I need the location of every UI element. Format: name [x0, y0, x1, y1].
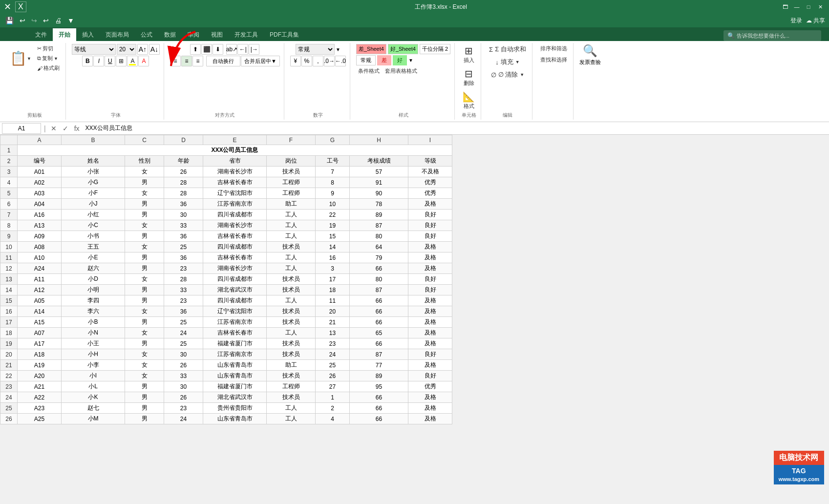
fill-color-btn[interactable]: A [127, 56, 138, 66]
align-left-btn[interactable]: ≡ [170, 56, 181, 66]
cell-20-2[interactable]: 女 [125, 349, 164, 360]
row-number-24[interactable]: 24 [0, 392, 18, 403]
cell-25-2[interactable]: 男 [125, 403, 164, 414]
cell-26-7[interactable]: 66 [350, 414, 408, 424]
formula-cancel-btn[interactable]: ✕ [49, 124, 59, 133]
decrease-font-btn[interactable]: A↓ [149, 44, 160, 55]
align-top-btn[interactable]: ⬆ [190, 44, 201, 55]
close-btn[interactable]: ✕ [815, 2, 825, 12]
cell-21-7[interactable]: 77 [350, 360, 408, 371]
border-btn[interactable]: ⊞ [116, 56, 127, 66]
cell-25-1[interactable]: 赵七 [62, 403, 125, 414]
fill-btn[interactable]: ↓填充▼ [493, 57, 521, 67]
cell-6-2[interactable]: 男 [125, 199, 164, 210]
cell-19-5[interactable]: 技术员 [267, 338, 316, 349]
cell-17-8[interactable]: 及格 [408, 317, 452, 328]
cell-13-6[interactable]: 17 [316, 274, 350, 285]
cell-4-1[interactable]: 小G [62, 177, 125, 188]
cell-23-7[interactable]: 95 [350, 381, 408, 392]
cell-21-2[interactable]: 女 [125, 360, 164, 371]
find-select-btn[interactable]: 查找和选择 [538, 55, 569, 64]
row-number-12[interactable]: 12 [0, 263, 18, 274]
cell-17-4[interactable]: 江苏省南京市 [203, 317, 267, 328]
cell-22-1[interactable]: 小I [62, 371, 125, 381]
good-style[interactable]: 好 [393, 55, 407, 65]
cell-25-0[interactable]: A23 [18, 403, 62, 414]
redo-quick-btn[interactable]: ↪ [30, 16, 39, 25]
cell-12-7[interactable]: 66 [350, 263, 408, 274]
cell-16-2[interactable]: 女 [125, 306, 164, 317]
cell-10-5[interactable]: 技术员 [267, 242, 316, 252]
row-number-8[interactable]: 8 [0, 220, 18, 231]
cell-22-6[interactable]: 26 [316, 371, 350, 381]
cell-14-2[interactable]: 男 [125, 285, 164, 295]
cell-23-3[interactable]: 30 [164, 381, 203, 392]
cell-15-6[interactable]: 11 [316, 295, 350, 306]
cell-5-7[interactable]: 90 [350, 188, 408, 199]
cell-14-3[interactable]: 33 [164, 285, 203, 295]
cell-26-6[interactable]: 4 [316, 414, 350, 424]
cell-22-2[interactable]: 女 [125, 371, 164, 381]
col-header-c[interactable]: C [125, 135, 164, 145]
tab-home[interactable]: 开始 [53, 28, 76, 41]
col-header-e[interactable]: E [203, 135, 267, 145]
cell-14-5[interactable]: 技术员 [267, 285, 316, 295]
formula-input[interactable] [84, 125, 827, 132]
cell-12-8[interactable]: 及格 [408, 263, 452, 274]
row-number-22[interactable]: 22 [0, 371, 18, 381]
conditional-format-btn[interactable]: 条件格式 [356, 66, 382, 76]
customize-quick-btn[interactable]: ▼ [66, 16, 76, 25]
sheet4-good-style[interactable]: 好_Sheet4 [388, 44, 418, 54]
row-number-1[interactable]: 1 [0, 145, 18, 156]
cell-3-5[interactable]: 技术员 [267, 167, 316, 177]
cell-6-5[interactable]: 助工 [267, 199, 316, 210]
cell-14-7[interactable]: 87 [350, 285, 408, 295]
tab-data[interactable]: 数据 [158, 28, 182, 41]
cell-22-8[interactable]: 良好 [408, 371, 452, 381]
cell-22-4[interactable]: 山东省青岛市 [203, 371, 267, 381]
header-col-kaohechengji[interactable]: 考核成绩 [350, 156, 408, 167]
font-color-btn[interactable]: A [138, 56, 149, 66]
cell-13-7[interactable]: 80 [350, 274, 408, 285]
cell-18-6[interactable]: 13 [316, 328, 350, 338]
row-number-20[interactable]: 20 [0, 349, 18, 360]
cell-11-1[interactable]: 小E [62, 252, 125, 263]
cell-21-1[interactable]: 小李 [62, 360, 125, 371]
cell-24-0[interactable]: A22 [18, 392, 62, 403]
cell-18-0[interactable]: A07 [18, 328, 62, 338]
cell-5-8[interactable]: 优秀 [408, 188, 452, 199]
cell-8-5[interactable]: 工人 [267, 220, 316, 231]
col-header-f[interactable]: F [267, 135, 316, 145]
tab-pdf[interactable]: PDF工具集 [264, 28, 305, 41]
cell-19-2[interactable]: 男 [125, 338, 164, 349]
cell-13-3[interactable]: 28 [164, 274, 203, 285]
clear-btn[interactable]: ∅∅ 清除▼ [489, 69, 527, 80]
cell-26-5[interactable]: 工人 [267, 414, 316, 424]
cell-9-1[interactable]: 小书 [62, 231, 125, 242]
cell-20-5[interactable]: 技术员 [267, 349, 316, 360]
col-header-b[interactable]: B [62, 135, 125, 145]
cell-9-4[interactable]: 吉林省长春市 [203, 231, 267, 242]
cell-21-3[interactable]: 26 [164, 360, 203, 371]
increase-decimal-btn[interactable]: .0→ [324, 56, 335, 66]
formula-fx-btn[interactable]: fx [72, 124, 82, 133]
tab-view[interactable]: 视图 [205, 28, 229, 41]
cell-10-6[interactable]: 14 [316, 242, 350, 252]
row-number-11[interactable]: 11 [0, 252, 18, 263]
cell-4-4[interactable]: 吉林省长春市 [203, 177, 267, 188]
cell-3-1[interactable]: 小张 [62, 167, 125, 177]
cell-22-0[interactable]: A20 [18, 371, 62, 381]
cell-8-0[interactable]: A13 [18, 220, 62, 231]
undo2-quick-btn[interactable]: ↩ [42, 16, 50, 25]
header-col-xingming[interactable]: 姓名 [62, 156, 125, 167]
maximize-btn[interactable]: □ [804, 2, 813, 12]
cell-21-4[interactable]: 山东省青岛市 [203, 360, 267, 371]
row-number-17[interactable]: 17 [0, 317, 18, 328]
cell-13-0[interactable]: A11 [18, 274, 62, 285]
tab-dev[interactable]: 开发工具 [229, 28, 264, 41]
cell-26-3[interactable]: 24 [164, 414, 203, 424]
cell-8-8[interactable]: 良好 [408, 220, 452, 231]
cell-19-1[interactable]: 小王 [62, 338, 125, 349]
row-number-15[interactable]: 15 [0, 295, 18, 306]
cell-25-7[interactable]: 66 [350, 403, 408, 414]
